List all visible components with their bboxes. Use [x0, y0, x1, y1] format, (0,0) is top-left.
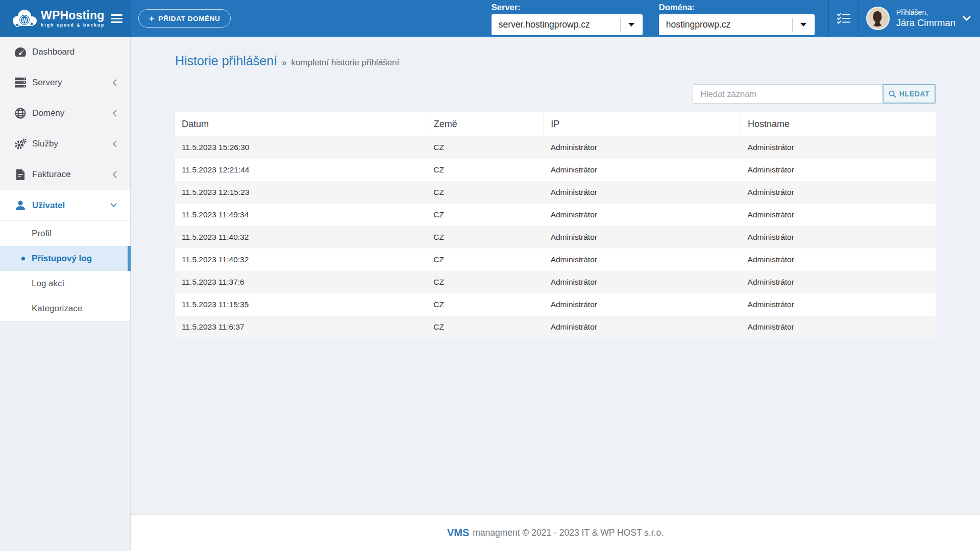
chevron-left-icon [112, 140, 117, 147]
dashboard-icon [14, 47, 27, 57]
table-cell: 11.5.2023 11:6:37 [175, 316, 427, 338]
table-cell: CZ [427, 316, 544, 338]
column-header-ip: IP [544, 112, 741, 136]
add-domain-button[interactable]: + PŘIDAT DOMÉNU [138, 9, 231, 28]
sidebar-item-fakturace[interactable]: Fakturace [0, 159, 130, 190]
sidebar-subitem-log-akci[interactable]: Log akcí [0, 271, 130, 296]
login-status: Přihlášen, [896, 8, 955, 17]
table-header-row: Datum Země IP Hostname [175, 112, 936, 136]
breadcrumb-separator: » [282, 58, 286, 68]
user-icon [14, 200, 27, 211]
sidebar-item-domeny[interactable]: Domény [0, 98, 130, 129]
footer-brand: VMS [447, 527, 469, 539]
server-label: Server: [492, 3, 643, 12]
table-row: 11.5.2023 11:15:35CZAdministrátorAdminis… [175, 293, 936, 316]
domain-select-group: Doména: hostingprowp.cz [659, 3, 815, 35]
servers-icon [14, 77, 27, 88]
footer: VMS managment © 2021 - 2023 IT & WP HOST… [131, 514, 980, 551]
table-cell: CZ [427, 248, 544, 271]
table-cell: Administrátor [741, 293, 936, 316]
sidebar-item-servery[interactable]: Servery [0, 67, 130, 98]
add-domain-label: PŘIDAT DOMÉNU [159, 15, 220, 22]
table-cell: 11.5.2023 11:37:6 [175, 271, 427, 293]
hamburger-menu-icon[interactable] [111, 12, 122, 25]
domain-label: Doména: [659, 3, 815, 12]
table-row: 11.5.2023 15:26:30CZAdministrátorAdminis… [175, 136, 936, 159]
gears-icon [14, 138, 27, 149]
globe-icon [14, 108, 27, 119]
task-list-button[interactable] [829, 0, 859, 37]
sidebar-filler [0, 321, 130, 551]
login-history-table: Datum Země IP Hostname 11.5.2023 15:26:3… [175, 112, 936, 338]
table-cell: 11.5.2023 12:15:23 [175, 181, 427, 204]
column-header-hostname: Hostname [741, 112, 936, 136]
table-cell: CZ [427, 293, 544, 316]
table-cell: CZ [427, 226, 544, 248]
page-subtitle: kompletní historie přihlášení [291, 58, 400, 68]
table-cell: Administrátor [741, 316, 936, 338]
user-menu[interactable]: Přihlášen, Jára Cimrman [859, 7, 980, 30]
avatar [866, 7, 890, 30]
table-row: 11.5.2023 11:37:6CZAdministrátorAdminist… [175, 271, 936, 293]
table-row: 11.5.2023 12:21:44CZAdministrátorAdminis… [175, 159, 936, 181]
brand-name: WPHosting [41, 10, 105, 21]
table-row: 11.5.2023 11:40:32CZAdministrátorAdminis… [175, 248, 936, 271]
table-cell: Administrátor [544, 204, 741, 226]
table-cell: 11.5.2023 11:15:35 [175, 293, 427, 316]
table-cell: Administrátor [544, 181, 741, 204]
table-cell: CZ [427, 204, 544, 226]
sidebar-item-sluzby[interactable]: Služby [0, 129, 130, 159]
footer-text: managment © 2021 - 2023 IT & WP HOST s.r… [473, 528, 664, 538]
page-title: Historie přihlášení [175, 54, 277, 68]
table-cell: Administrátor [741, 226, 936, 248]
search-row: HLEDAT [175, 84, 936, 104]
plus-icon: + [149, 14, 155, 23]
table-cell: 11.5.2023 15:26:30 [175, 136, 427, 159]
sidebar-item-dashboard[interactable]: Dashboard [0, 37, 130, 67]
table-cell: 11.5.2023 11:40:32 [175, 226, 427, 248]
table-cell: Administrátor [741, 248, 936, 271]
search-icon [889, 90, 896, 98]
task-list-icon [837, 13, 850, 24]
uzivatel-submenu: Profil Přístupový log Log akcí Kategoriz… [0, 221, 130, 321]
sidebar-subitem-profil[interactable]: Profil [0, 221, 130, 246]
table-cell: Administrátor [741, 204, 936, 226]
server-select-group: Server: server.hostingprowp.cz [492, 3, 643, 35]
chevron-left-icon [112, 171, 117, 178]
sidebar-subitem-kategorizace[interactable]: Kategorizace [0, 296, 130, 321]
server-select-value: server.hostingprowp.cz [492, 19, 620, 30]
sidebar-item-uzivatel[interactable]: Uživatel [0, 190, 130, 221]
chevron-down-icon [963, 16, 971, 21]
table-cell: CZ [427, 181, 544, 204]
chevron-left-icon [112, 110, 117, 117]
search-button[interactable]: HLEDAT [883, 84, 936, 104]
table-cell: Administrátor [544, 226, 741, 248]
table-cell: Administrátor [544, 271, 741, 293]
table-row: 11.5.2023 11:49:34CZAdministrátorAdminis… [175, 204, 936, 226]
column-header-zeme: Země [427, 112, 544, 136]
caret-down-icon [628, 23, 634, 27]
domain-select-value: hostingprowp.cz [659, 19, 792, 30]
sidebar-subitem-pristupovy-log[interactable]: Přístupový log [0, 246, 130, 271]
active-bullet-icon [21, 257, 25, 260]
table-cell: 11.5.2023 11:40:32 [175, 248, 427, 271]
server-select-caret[interactable] [620, 18, 643, 32]
main-content: Historie přihlášení » kompletní historie… [131, 37, 980, 514]
sidebar: Dashboard Servery [0, 37, 131, 551]
user-name: Jára Cimrman [896, 17, 955, 29]
table-row: 11.5.2023 11:40:32CZAdministrátorAdminis… [175, 226, 936, 248]
domain-select[interactable]: hostingprowp.cz [659, 14, 815, 35]
table-cell: Administrátor [741, 271, 936, 293]
column-header-datum: Datum [175, 112, 427, 136]
search-input[interactable] [693, 84, 883, 104]
table-cell: Administrátor [741, 136, 936, 159]
table-cell: Administrátor [544, 316, 741, 338]
chevron-left-icon [112, 79, 117, 86]
breadcrumb: Historie přihlášení » kompletní historie… [175, 37, 936, 68]
table-cell: CZ [427, 136, 544, 159]
server-select[interactable]: server.hostingprowp.cz [492, 14, 643, 35]
topbar: W WPHosting high speed & backup + PŘIDAT… [0, 0, 980, 37]
domain-select-caret[interactable] [792, 18, 815, 32]
brand[interactable]: W WPHosting high speed & backup [0, 0, 131, 37]
table-cell: 11.5.2023 11:49:34 [175, 204, 427, 226]
